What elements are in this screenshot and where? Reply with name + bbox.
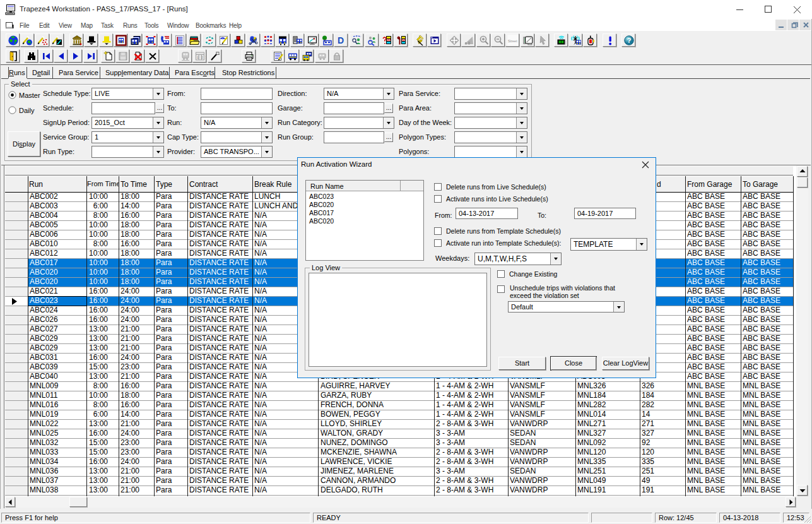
svg-text:1 2 3: 1 2 3	[197, 56, 206, 60]
svg-text:Street: Street	[508, 39, 517, 43]
svg-text:?: ?	[627, 37, 632, 44]
svg-text:D: D	[338, 35, 344, 45]
